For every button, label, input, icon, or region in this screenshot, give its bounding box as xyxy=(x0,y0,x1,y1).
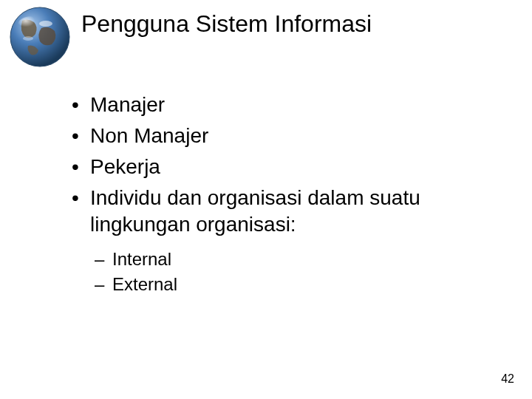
bullet-text: Individu dan organisasi dalam suatu ling… xyxy=(90,185,474,238)
svg-point-3 xyxy=(23,36,33,41)
dash-icon: – xyxy=(95,248,112,270)
list-item: • Pekerja xyxy=(61,154,474,180)
bullet-text: Non Manajer xyxy=(90,123,208,149)
bullet-dot: • xyxy=(61,92,90,118)
sub-list-item: – External xyxy=(95,273,474,296)
page-number: 42 xyxy=(501,372,514,386)
slide-title: Pengguna Sistem Informasi xyxy=(81,10,372,38)
sub-text: External xyxy=(112,273,177,296)
globe-icon xyxy=(9,6,71,68)
list-item: • Individu dan organisasi dalam suatu li… xyxy=(61,185,474,238)
svg-point-2 xyxy=(39,21,52,27)
dash-icon: – xyxy=(95,273,112,296)
sub-list: – Internal – External xyxy=(95,248,474,296)
bullet-dot: • xyxy=(61,185,90,211)
list-item: • Manajer xyxy=(61,92,474,118)
sub-list-item: – Internal xyxy=(95,248,474,270)
bullet-dot: • xyxy=(61,123,90,149)
bullet-text: Manajer xyxy=(90,92,165,118)
bullet-text: Pekerja xyxy=(90,154,160,180)
bullet-dot: • xyxy=(61,154,90,180)
list-item: • Non Manajer xyxy=(61,123,474,149)
content-area: • Manajer • Non Manajer • Pekerja • Indi… xyxy=(61,92,474,299)
sub-text: Internal xyxy=(112,248,171,270)
